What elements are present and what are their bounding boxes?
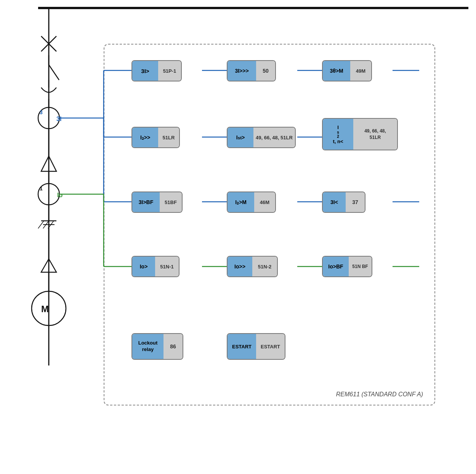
block-50-left: 3I>>>	[228, 61, 256, 81]
block-51P1-left: 3I>	[132, 61, 158, 81]
block-46M-left: I₂>M	[228, 192, 254, 212]
block-51LR-left: Ist>	[228, 128, 253, 147]
block-51NBF-left: Io>BF	[323, 257, 349, 276]
block-86-left: Lockoutrelay	[132, 334, 163, 359]
main-container: REM611 (STANDARD CONF A) 3 3I 1	[0, 0, 476, 474]
block-51N1-right: 51N-1	[155, 257, 179, 276]
svg-text:Io: Io	[57, 192, 63, 198]
block-37: 3I< 37	[322, 192, 365, 213]
block-51BF-left: 3I>BF	[132, 192, 160, 212]
block-ESTART-right: ESTART	[256, 334, 285, 359]
block-37-left: 3I<	[323, 192, 346, 212]
block-49M: 3θ>M 49M	[322, 60, 372, 81]
block-86: Lockoutrelay 86	[131, 333, 183, 360]
svg-text:3I: 3I	[56, 116, 61, 122]
block-46R-left: I₂>>	[132, 128, 158, 147]
block-51N1-left: Io>	[132, 257, 155, 276]
block-46M: I₂>M 46M	[227, 192, 276, 213]
block-51BF-right: 51BF	[160, 192, 182, 212]
block-50: 3I>>> 50	[227, 60, 276, 81]
block-37-right: 37	[346, 192, 365, 212]
block-ESTART: ESTART ESTART	[227, 333, 285, 360]
block-86-right: 86	[163, 334, 183, 359]
block-51N1: Io> 51N-1	[131, 256, 180, 277]
svg-text:1: 1	[40, 185, 43, 192]
svg-line-19	[38, 221, 44, 228]
block-51LR-right: 49, 66, 48, 51LR	[253, 128, 295, 147]
svg-text:3: 3	[40, 109, 43, 115]
block-51N2: Io>> 51N-2	[227, 256, 278, 277]
block-49-66-48-51LR: Is2t, n< 49, 66, 48,51LR	[322, 118, 398, 150]
svg-line-4	[49, 65, 59, 80]
block-51N2-left: Io>>	[228, 257, 252, 276]
block-49M-right: 49M	[350, 61, 371, 81]
block-multi-right: 49, 66, 48,51LR	[353, 119, 397, 150]
block-50-right: 50	[256, 61, 275, 81]
block-ESTART-left: ESTART	[228, 334, 256, 359]
block-51P1: 3I> 51P-1	[131, 60, 182, 81]
block-51NBF: Io>BF 51N BF	[322, 256, 372, 277]
svg-text:M: M	[41, 304, 49, 314]
block-51P1-right: 51P-1	[158, 61, 181, 81]
block-51N2-right: 51N-2	[252, 257, 277, 276]
block-51NBF-right: 51N BF	[349, 257, 372, 276]
block-46M-right: 46M	[254, 192, 275, 212]
block-multi-left: Is2t, n<	[323, 119, 353, 150]
block-49M-left: 3θ>M	[323, 61, 350, 81]
block-51LR: Ist> 49, 66, 48, 51LR	[227, 127, 296, 148]
block-46R: I₂>> 51LR	[131, 127, 180, 148]
block-46R-right: 51LR	[158, 128, 179, 147]
block-51BF: 3I>BF 51BF	[131, 192, 183, 213]
